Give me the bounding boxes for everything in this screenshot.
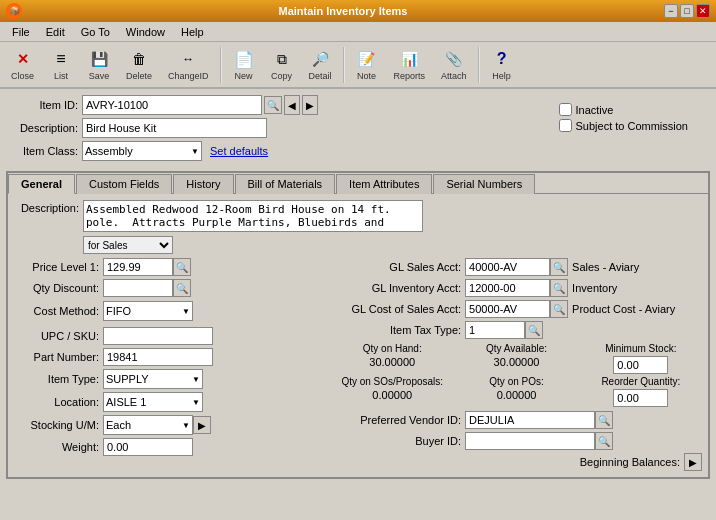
gl-sales-browse[interactable]: 🔍	[550, 258, 568, 276]
reports-button[interactable]: 📊 Reports	[387, 45, 433, 84]
qty-available-label: Qty Available:	[455, 343, 577, 354]
preferred-vendor-browse[interactable]: 🔍	[595, 411, 613, 429]
copy-button[interactable]: ⧉ Copy	[264, 45, 300, 84]
close-window-button[interactable]: ✕	[696, 4, 710, 18]
detail-icon: 🔎	[309, 48, 331, 70]
menu-help[interactable]: Help	[173, 24, 212, 40]
gl-inventory-input[interactable]	[465, 279, 550, 297]
reorder-qty-input[interactable]	[613, 389, 668, 407]
detail-button[interactable]: 🔎 Detail	[302, 45, 339, 84]
gl-cost-label: GL Cost of Sales Acct:	[331, 303, 461, 315]
part-number-row: Part Number:	[14, 348, 323, 366]
new-button[interactable]: 📄 New	[226, 45, 262, 84]
location-wrapper: AISLE 1 AISLE 2	[103, 392, 203, 412]
item-tax-browse[interactable]: 🔍	[525, 321, 543, 339]
item-id-next[interactable]: ▶	[302, 95, 318, 115]
gl-cost-browse[interactable]: 🔍	[550, 300, 568, 318]
gl-inventory-browse[interactable]: 🔍	[550, 279, 568, 297]
form-header: Item ID: 🔍 ◀ ▶ Description: Item Class: …	[0, 89, 716, 171]
buyer-id-input[interactable]	[465, 432, 595, 450]
item-id-controls: 🔍 ◀ ▶	[82, 95, 318, 115]
close-button[interactable]: ✕ Close	[4, 45, 41, 84]
description-label: Description:	[8, 122, 78, 134]
gl-sales-label: GL Sales Acct:	[331, 261, 461, 273]
preferred-vendor-label: Preferred Vendor ID:	[331, 414, 461, 426]
tab-history[interactable]: History	[173, 174, 233, 194]
qty-section: Qty on Hand: Qty Available: Minimum Stoc…	[331, 343, 702, 407]
item-tax-input[interactable]	[465, 321, 525, 339]
delete-button[interactable]: 🗑 Delete	[119, 45, 159, 84]
item-id-label: Item ID:	[8, 99, 78, 111]
price-level-label: Price Level 1:	[14, 261, 99, 273]
tab-description-row: Description: Assembled Redwood 12-Room B…	[14, 200, 702, 254]
minimum-stock-input[interactable]	[613, 356, 668, 374]
tab-serial-numbers[interactable]: Serial Numbers	[433, 174, 535, 194]
qty-discount-browse[interactable]: 🔍	[173, 279, 191, 297]
tab-item-attributes[interactable]: Item Attributes	[336, 174, 432, 194]
changeid-button[interactable]: ↔ ChangeID	[161, 45, 216, 84]
minimum-stock-wrapper	[580, 356, 702, 374]
weight-label: Weight:	[14, 441, 99, 453]
weight-input[interactable]	[103, 438, 193, 456]
tab-general[interactable]: General	[8, 174, 75, 194]
set-defaults-link[interactable]: Set defaults	[210, 145, 268, 157]
item-tax-label: Item Tax Type:	[331, 324, 461, 336]
save-button[interactable]: 💾 Save	[81, 45, 117, 84]
stocking-um-select[interactable]: Each Box	[103, 415, 193, 435]
location-row: Location: AISLE 1 AISLE 2	[14, 392, 323, 412]
help-button[interactable]: ? Help	[484, 45, 520, 84]
gl-cost-input[interactable]	[465, 300, 550, 318]
menu-window[interactable]: Window	[118, 24, 173, 40]
upc-sku-input[interactable]	[103, 327, 213, 345]
detail-label: Detail	[309, 71, 332, 81]
inactive-checkbox[interactable]	[559, 103, 572, 116]
tab-bill-of-materials[interactable]: Bill of Materials	[235, 174, 336, 194]
preferred-vendor-input[interactable]	[465, 411, 595, 429]
menu-edit[interactable]: Edit	[38, 24, 73, 40]
subject-to-commission-row: Subject to Commission	[559, 119, 689, 132]
price-level-browse[interactable]: 🔍	[173, 258, 191, 276]
inactive-label: Inactive	[576, 104, 614, 116]
beginning-balances-button[interactable]: ▶	[684, 453, 702, 471]
list-label: List	[54, 71, 68, 81]
gl-sales-input[interactable]	[465, 258, 550, 276]
gl-sales-row: GL Sales Acct: 🔍 Sales - Aviary	[331, 258, 702, 276]
menu-file[interactable]: File	[4, 24, 38, 40]
buyer-id-browse[interactable]: 🔍	[595, 432, 613, 450]
qty-discount-label: Qty Discount:	[14, 282, 99, 294]
weight-row: Weight:	[14, 438, 323, 456]
description-input[interactable]	[82, 118, 267, 138]
maximize-button[interactable]: □	[680, 4, 694, 18]
price-level-input[interactable]	[103, 258, 173, 276]
subject-commission-checkbox[interactable]	[559, 119, 572, 132]
item-id-browse[interactable]: 🔍	[264, 96, 282, 114]
description-row: Description:	[8, 118, 318, 138]
cost-method-select[interactable]: FIFO LIFO Average	[103, 301, 193, 321]
item-class-row: Item Class: Assembly Stock Item Non-Stoc…	[8, 141, 318, 161]
attach-button[interactable]: 📎 Attach	[434, 45, 474, 84]
item-class-select[interactable]: Assembly Stock Item Non-Stock Item	[82, 141, 202, 161]
for-sales-select[interactable]: for Sales for Purchases	[83, 236, 173, 254]
item-type-select[interactable]: SUPPLY SERVICE LABOR	[103, 369, 203, 389]
stocking-um-browse[interactable]: ▶	[193, 416, 211, 434]
part-number-input[interactable]	[103, 348, 213, 366]
buyer-id-row: Buyer ID: 🔍	[331, 432, 702, 450]
menu-goto[interactable]: Go To	[73, 24, 118, 40]
toolbar-separator	[220, 47, 222, 83]
tab-description-label: Description:	[14, 202, 79, 214]
minimize-button[interactable]: −	[664, 4, 678, 18]
gl-cost-desc: Product Cost - Aviary	[572, 303, 675, 315]
qty-discount-input[interactable]	[103, 279, 173, 297]
item-class-label: Item Class:	[8, 145, 78, 157]
desc-input-area: Assembled Redwood 12-Room Bird House on …	[83, 200, 423, 254]
list-button[interactable]: ≡ List	[43, 45, 79, 84]
item-id-prev[interactable]: ◀	[284, 95, 300, 115]
tab-custom-fields[interactable]: Custom Fields	[76, 174, 172, 194]
list-icon: ≡	[50, 48, 72, 70]
tab-description-input[interactable]: Assembled Redwood 12-Room Bird House on …	[83, 200, 423, 232]
note-button[interactable]: 📝 Note	[349, 45, 385, 84]
item-id-input[interactable]	[82, 95, 262, 115]
price-level-row: Price Level 1: 🔍	[14, 258, 323, 276]
location-select[interactable]: AISLE 1 AISLE 2	[103, 392, 203, 412]
item-id-row: Item ID: 🔍 ◀ ▶	[8, 95, 318, 115]
